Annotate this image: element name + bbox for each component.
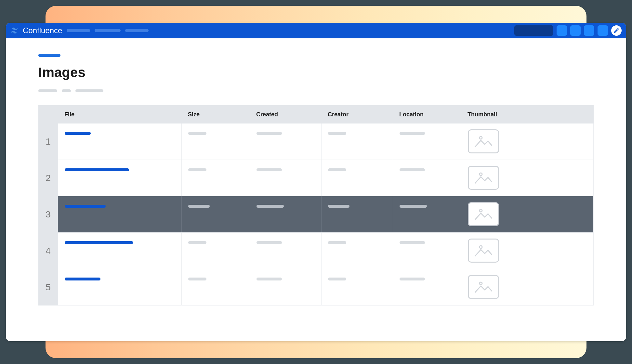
location-value [400, 168, 425, 171]
nav-item[interactable] [125, 29, 149, 32]
titlebar-button[interactable] [584, 25, 594, 36]
table-row[interactable] [58, 233, 594, 269]
cell-location [393, 196, 461, 232]
cell-thumbnail [461, 196, 593, 232]
cell-created [250, 196, 321, 232]
file-link[interactable] [65, 205, 106, 208]
file-link[interactable] [65, 168, 129, 171]
location-value [400, 205, 427, 208]
app-name: Confluence [23, 26, 62, 35]
table-row[interactable] [58, 269, 594, 306]
thumbnail-placeholder[interactable] [468, 129, 499, 153]
nav-item[interactable] [67, 29, 90, 32]
svg-point-3 [480, 246, 482, 248]
app-window: Confluence Images 12345 [6, 23, 626, 341]
svg-point-4 [480, 282, 482, 285]
page-meta [38, 89, 594, 92]
cell-file [58, 233, 181, 269]
titlebar-button[interactable] [598, 25, 608, 36]
cell-size [181, 124, 250, 160]
cell-file [58, 160, 181, 196]
cell-location [393, 160, 461, 196]
file-link[interactable] [65, 132, 91, 135]
help-button[interactable] [611, 25, 622, 36]
page-title: Images [38, 65, 594, 80]
size-value [188, 205, 210, 208]
cell-thumbnail [461, 233, 593, 269]
table-row[interactable] [58, 160, 594, 196]
thumbnail-placeholder[interactable] [468, 166, 499, 190]
size-value [188, 132, 206, 135]
cell-location [393, 233, 461, 269]
column-header-thumbnail[interactable]: Thumbnail [461, 111, 594, 118]
thumbnail-placeholder[interactable] [468, 275, 499, 299]
image-icon [474, 170, 493, 186]
cell-created [250, 233, 321, 269]
images-table: 12345 File Size Created Creator Location… [38, 105, 594, 306]
cell-creator [321, 124, 393, 160]
location-value [400, 132, 425, 135]
cell-size [181, 233, 250, 269]
cell-file [58, 196, 181, 232]
table-row[interactable] [58, 196, 594, 233]
column-header-file[interactable]: File [58, 111, 181, 118]
titlebar-button[interactable] [557, 25, 567, 36]
column-header-creator[interactable]: Creator [321, 111, 393, 118]
cell-created [250, 124, 321, 160]
cell-created [250, 160, 321, 196]
meta-item [38, 89, 57, 92]
cell-thumbnail [461, 160, 593, 196]
svg-point-0 [480, 136, 482, 139]
size-value [188, 241, 206, 244]
row-number: 1 [38, 124, 58, 160]
creator-value [328, 241, 346, 244]
cell-file [58, 124, 181, 160]
cell-created [250, 269, 321, 305]
thumbnail-placeholder[interactable] [468, 239, 499, 263]
table-header: File Size Created Creator Location Thumb… [58, 105, 594, 124]
breadcrumb[interactable] [38, 54, 60, 57]
file-link[interactable] [65, 241, 133, 244]
created-value [257, 168, 282, 171]
cell-size [181, 160, 250, 196]
image-icon [474, 242, 493, 259]
cell-location [393, 124, 461, 160]
size-value [188, 278, 206, 280]
creator-value [328, 278, 346, 280]
cell-creator [321, 269, 393, 305]
column-header-created[interactable]: Created [250, 111, 321, 118]
creator-value [328, 168, 346, 171]
column-header-location[interactable]: Location [393, 111, 461, 118]
titlebar: Confluence [6, 23, 626, 38]
cell-file [58, 269, 181, 305]
cell-creator [321, 233, 393, 269]
location-value [400, 241, 425, 244]
created-value [257, 132, 282, 135]
cell-size [181, 269, 250, 305]
cell-creator [321, 160, 393, 196]
cell-thumbnail [461, 269, 593, 305]
meta-item [62, 89, 71, 92]
thumbnail-placeholder[interactable] [468, 202, 499, 226]
row-number: 5 [38, 269, 58, 306]
created-value [257, 241, 282, 244]
confluence-logo-icon [10, 27, 18, 34]
pencil-icon [613, 27, 620, 34]
created-value [257, 278, 282, 280]
nav-item[interactable] [95, 29, 121, 32]
meta-item [75, 89, 103, 92]
file-link[interactable] [65, 278, 100, 280]
cell-thumbnail [461, 124, 593, 160]
row-number: 2 [38, 160, 58, 196]
row-number-column: 12345 [38, 105, 58, 306]
page-content: Images 12345 File Size Created Creator L… [6, 38, 626, 306]
row-number: 4 [38, 233, 58, 269]
cell-size [181, 196, 250, 232]
titlebar-button[interactable] [570, 25, 581, 36]
column-header-size[interactable]: Size [181, 111, 250, 118]
search-input[interactable] [514, 25, 553, 36]
cell-location [393, 269, 461, 305]
table-row[interactable] [58, 124, 594, 160]
cell-creator [321, 196, 393, 232]
creator-value [328, 205, 349, 208]
